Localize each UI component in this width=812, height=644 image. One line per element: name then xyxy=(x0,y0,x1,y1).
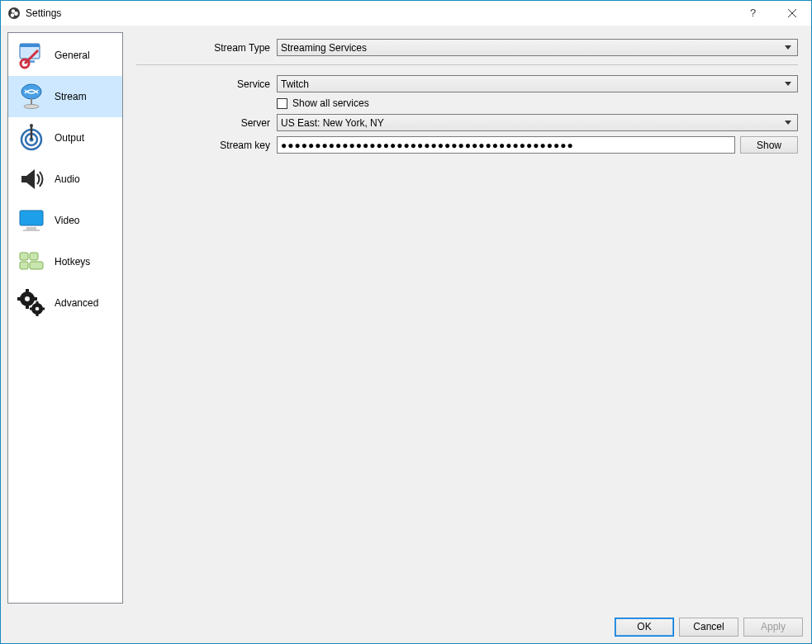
svg-rect-25 xyxy=(20,262,28,269)
video-icon xyxy=(13,202,50,239)
help-button[interactable]: ? xyxy=(735,1,773,26)
svg-point-0 xyxy=(8,7,20,19)
settings-window: Settings ? xyxy=(0,0,812,644)
stream-icon xyxy=(13,78,50,115)
sidebar-item-label: Hotkeys xyxy=(55,256,90,268)
sidebar-item-stream[interactable]: Stream xyxy=(8,76,122,117)
advanced-icon xyxy=(13,285,50,321)
apply-button[interactable]: Apply xyxy=(743,618,803,637)
checkbox-icon xyxy=(277,98,287,109)
svg-point-34 xyxy=(36,307,40,311)
sidebar-item-label: Output xyxy=(55,132,84,144)
service-combo[interactable]: Twitch xyxy=(277,75,798,92)
chevron-down-icon xyxy=(782,121,794,125)
svg-rect-38 xyxy=(41,308,45,310)
svg-point-14 xyxy=(24,105,39,109)
stream-type-combo[interactable]: Streaming Services xyxy=(277,39,798,56)
svg-point-2 xyxy=(14,12,18,16)
svg-point-28 xyxy=(25,296,30,301)
general-icon xyxy=(13,37,50,73)
svg-rect-31 xyxy=(17,297,21,301)
main-panel: Stream Type Streaming Services Service xyxy=(130,32,805,604)
svg-rect-21 xyxy=(26,227,36,230)
stream-key-label: Stream key xyxy=(136,140,277,151)
stream-key-input[interactable] xyxy=(277,136,735,154)
sidebar-item-general[interactable]: General xyxy=(8,35,122,76)
svg-rect-23 xyxy=(20,253,28,260)
app-icon xyxy=(7,7,21,20)
row-show-all: Show all services xyxy=(136,97,798,109)
svg-rect-36 xyxy=(36,313,39,316)
sidebar-item-label: Video xyxy=(55,215,79,226)
stream-type-label: Stream Type xyxy=(136,42,277,54)
svg-point-3 xyxy=(11,13,14,17)
sidebar-item-audio[interactable]: Audio xyxy=(8,159,122,200)
sidebar: General Stream xyxy=(7,32,123,604)
svg-rect-22 xyxy=(23,230,40,231)
sidebar-item-hotkeys[interactable]: Hotkeys xyxy=(8,241,122,282)
svg-rect-8 xyxy=(20,44,40,47)
svg-rect-37 xyxy=(30,308,33,310)
output-icon xyxy=(13,120,50,156)
sidebar-item-video[interactable]: Video xyxy=(8,200,122,241)
stream-type-value: Streaming Services xyxy=(281,42,782,54)
service-value: Twitch xyxy=(281,78,782,90)
show-all-services-label: Show all services xyxy=(292,97,369,109)
chevron-down-icon xyxy=(782,82,794,86)
svg-rect-30 xyxy=(26,305,29,309)
server-label: Server xyxy=(136,117,277,129)
svg-point-19 xyxy=(30,124,33,127)
stream-form: Stream Type Streaming Services Service xyxy=(130,32,805,159)
close-button[interactable] xyxy=(773,1,811,26)
hotkeys-icon xyxy=(13,244,50,280)
show-key-button[interactable]: Show xyxy=(740,136,798,154)
sidebar-item-output[interactable]: Output xyxy=(8,117,122,159)
row-stream-type: Stream Type Streaming Services xyxy=(136,39,798,56)
cancel-button[interactable]: Cancel xyxy=(679,618,738,637)
audio-icon xyxy=(13,161,50,197)
row-stream-key: Stream key Show xyxy=(136,136,798,154)
svg-rect-26 xyxy=(30,262,43,269)
content-area: General Stream xyxy=(1,26,811,610)
sidebar-item-advanced[interactable]: Advanced xyxy=(8,282,122,324)
row-service: Service Twitch xyxy=(136,75,798,92)
sidebar-item-label: Stream xyxy=(55,91,87,102)
footer: OK Cancel Apply xyxy=(1,610,811,643)
window-title: Settings xyxy=(26,7,735,19)
titlebar: Settings ? xyxy=(1,1,811,26)
ok-button[interactable]: OK xyxy=(615,618,674,637)
svg-point-1 xyxy=(12,9,15,12)
server-combo[interactable]: US East: New York, NY xyxy=(277,114,798,131)
show-all-services-checkbox[interactable]: Show all services xyxy=(277,97,369,109)
service-label: Service xyxy=(136,78,277,90)
sidebar-item-label: General xyxy=(55,50,90,61)
chevron-down-icon xyxy=(782,45,794,50)
svg-rect-32 xyxy=(33,297,37,301)
sidebar-item-label: Audio xyxy=(55,173,80,185)
svg-rect-20 xyxy=(20,211,43,225)
row-server: Server US East: New York, NY xyxy=(136,114,798,131)
svg-rect-24 xyxy=(30,253,38,260)
svg-point-12 xyxy=(21,84,41,99)
server-value: US East: New York, NY xyxy=(281,117,782,129)
svg-text:?: ? xyxy=(750,7,756,19)
svg-rect-35 xyxy=(36,301,39,305)
sidebar-item-label: Advanced xyxy=(55,297,98,309)
divider xyxy=(136,64,798,65)
svg-rect-29 xyxy=(26,289,29,293)
